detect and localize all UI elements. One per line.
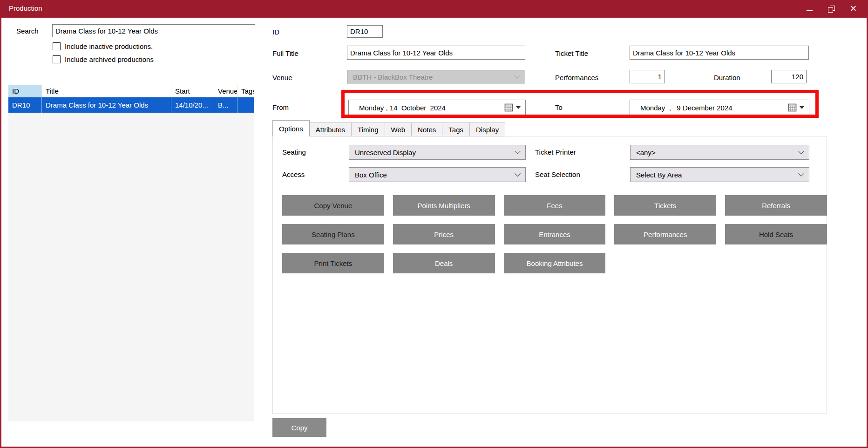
seating-label: Seating (282, 148, 306, 156)
ticket-title-label: Ticket Title (555, 49, 588, 57)
row-cell-id: DR10 (8, 97, 42, 113)
table-row-selected[interactable]: DR10 Drama Class for 10-12 Year Olds 14/… (8, 97, 254, 113)
close-button[interactable]: × (842, 0, 864, 18)
duration-label: Duration (714, 74, 740, 81)
include-inactive-checkbox[interactable] (53, 42, 61, 50)
column-header-tags[interactable]: Tags (237, 85, 254, 97)
row-cell-tags (237, 97, 254, 113)
seat-selection-value: Select By Area (636, 171, 682, 179)
tabstrip: Options Attributes Timing Web Notes Tags… (272, 120, 505, 136)
to-date-value: Monday , 9 December 2024 (640, 104, 732, 112)
chevron-down-icon (515, 148, 521, 154)
restore-button[interactable] (821, 0, 842, 18)
tab-web[interactable]: Web (385, 122, 412, 136)
seating-plans-button[interactable]: Seating Plans (282, 224, 384, 244)
access-label: Access (282, 170, 305, 178)
performances-label: Performances (555, 74, 598, 81)
venue-value: BBTH - BlackBox Theatre (353, 73, 433, 81)
chevron-down-icon (798, 148, 804, 154)
column-header-title[interactable]: Title (42, 85, 171, 97)
tab-options[interactable]: Options (272, 120, 310, 136)
copy-venue-button[interactable]: Copy Venue (282, 195, 384, 216)
access-dropdown[interactable]: Box Office (349, 167, 526, 182)
column-header-venue[interactable]: Venue (214, 85, 237, 97)
close-icon: × (850, 3, 856, 14)
copy-button[interactable]: Copy (272, 418, 326, 437)
deals-button[interactable]: Deals (393, 253, 495, 273)
performances-button[interactable]: Performances (614, 224, 716, 244)
column-header-start[interactable]: Start (171, 85, 214, 97)
ticket-printer-label: Ticket Printer (535, 148, 576, 156)
id-field[interactable] (347, 25, 383, 38)
tickets-button[interactable]: Tickets (614, 195, 716, 216)
row-cell-start: 14/10/20... (171, 97, 214, 113)
tab-attributes[interactable]: Attributes (309, 122, 352, 136)
venue-label: Venue (272, 74, 292, 81)
row-cell-venue: B... (214, 97, 237, 113)
hold-seats-button[interactable]: Hold Seats (725, 224, 827, 244)
production-window: Production × Search Include inactive pro… (0, 0, 868, 448)
ticket-printer-dropdown[interactable]: <any> (630, 145, 809, 160)
seating-value: Unreserved Display (355, 149, 416, 156)
row-cell-title: Drama Class for 10-12 Year Olds (42, 97, 171, 113)
calendar-icon (504, 103, 514, 112)
chevron-down-icon (515, 170, 521, 176)
booking-attributes-button[interactable]: Booking Attributes (504, 253, 606, 273)
list-header: ID Title Start Venue Tags (8, 85, 254, 97)
include-inactive-row: Include inactive productions. (53, 42, 153, 50)
include-archived-checkbox[interactable] (53, 55, 61, 63)
to-date-picker[interactable]: Monday , 9 December 2024 (630, 100, 809, 115)
entrances-button[interactable]: Entrances (504, 224, 606, 244)
dropdown-arrow-icon (800, 106, 804, 109)
seat-selection-label: Seat Selection (535, 170, 580, 178)
print-tickets-button[interactable]: Print Tickets (282, 253, 384, 273)
dropdown-arrow-icon (516, 106, 521, 109)
include-archived-label: Include archived productions (65, 55, 154, 63)
full-title-field[interactable] (347, 46, 525, 60)
restore-icon (828, 6, 835, 13)
chevron-down-icon (798, 170, 804, 176)
chevron-down-icon (514, 73, 520, 79)
access-value: Box Office (355, 171, 387, 179)
titlebar: Production × (0, 0, 868, 18)
to-label: To (555, 103, 563, 111)
options-tab-panel: Seating Unreserved Display Ticket Printe… (272, 136, 827, 414)
prices-button[interactable]: Prices (393, 224, 495, 244)
search-label: Search (16, 27, 39, 35)
window-controls: × (799, 0, 864, 18)
column-header-id[interactable]: ID (8, 85, 42, 97)
minimize-button[interactable] (799, 0, 821, 18)
performances-field[interactable] (630, 70, 665, 83)
id-label: ID (272, 28, 279, 36)
include-inactive-label: Include inactive productions. (65, 42, 153, 50)
venue-dropdown: BBTH - BlackBox Theatre (347, 70, 525, 84)
duration-field[interactable] (771, 70, 807, 83)
seating-dropdown[interactable]: Unreserved Display (349, 145, 526, 160)
fees-button[interactable]: Fees (504, 195, 606, 216)
full-title-label: Full Title (272, 49, 298, 57)
panel-divider (262, 20, 262, 444)
productions-list: ID Title Start Venue Tags DR10 Drama Cla… (8, 85, 254, 421)
minimize-icon (807, 10, 813, 11)
points-multipliers-button[interactable]: Points Multipliers (393, 195, 495, 216)
ticket-printer-value: <any> (636, 149, 656, 156)
include-archived-row: Include archived productions (53, 55, 154, 63)
calendar-icon (788, 103, 797, 112)
action-buttons-grid: Copy Venue Points Multipliers Fees Ticke… (282, 195, 827, 273)
seat-selection-dropdown[interactable]: Select By Area (630, 167, 809, 182)
from-label: From (272, 103, 289, 111)
from-date-value: Monday , 14 October 2024 (359, 104, 446, 112)
from-date-picker[interactable]: Monday , 14 October 2024 (348, 100, 526, 115)
tab-tags[interactable]: Tags (442, 122, 470, 136)
ticket-title-field[interactable] (630, 46, 809, 60)
tab-notes[interactable]: Notes (411, 122, 442, 136)
tab-timing[interactable]: Timing (351, 122, 385, 136)
tab-display[interactable]: Display (469, 122, 505, 136)
search-input[interactable] (52, 24, 255, 37)
referrals-button[interactable]: Referrals (725, 195, 827, 216)
window-title: Production (9, 4, 42, 12)
